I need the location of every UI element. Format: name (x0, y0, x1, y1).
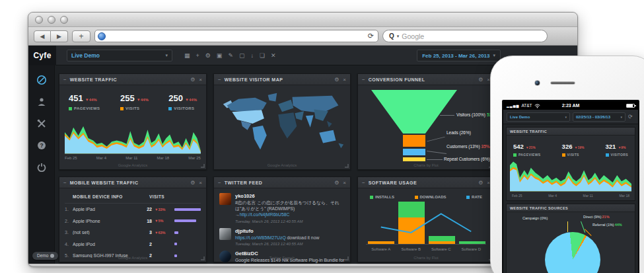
tweet-link[interactable]: http://t.co/N4jMR6bU58C (240, 212, 290, 217)
visits-bar (174, 208, 201, 211)
widget-source: Charts by Flot (358, 163, 494, 167)
phone-dashboard-select[interactable]: Live Demo▾ (507, 112, 570, 122)
widget-mobile-traffic: − MOBILE WEBSITE TRAFFIC ⚙ × MOBILE DEVI… (59, 176, 207, 262)
visitors-swatch (168, 107, 172, 110)
collapse-icon[interactable]: − (218, 77, 221, 83)
close-icon[interactable]: × (343, 180, 346, 186)
help-nav-icon[interactable]: ? (36, 140, 47, 151)
close-window-button[interactable] (35, 16, 43, 24)
address-bar[interactable]: ⟳ (94, 30, 378, 42)
rate-line (366, 193, 486, 244)
tools-nav-icon[interactable] (36, 118, 47, 129)
gear-icon[interactable]: ⚙ (478, 180, 483, 186)
collapse-icon[interactable]: − (218, 180, 221, 186)
funnel-leads (403, 135, 425, 147)
close-icon[interactable]: × (199, 77, 202, 83)
tweet-item[interactable]: yko1026 #恋の名言 この恋にボクが名前をつけるなら、それは"ありがとう"… (219, 193, 345, 223)
widget-header[interactable]: − SOFTWARE USAGE ⚙ × (358, 177, 494, 188)
phone-widget-traffic-sources: WEBSITE TRAFFIC SOURCES Campaign (0%) Di… (506, 204, 635, 273)
forward-button[interactable]: ▶ (51, 30, 68, 42)
table-row[interactable]: 2.Apple iPhone18▼5% (65, 215, 201, 227)
tweet-item[interactable]: djpitufo https://t.co/WB5tM27UzQ downloa… (219, 228, 345, 246)
close-dashboard-icon[interactable]: ✕ (271, 52, 276, 59)
chevron-down-icon: ▾ (493, 53, 495, 58)
widget-software-usage: − SOFTWARE USAGE ⚙ × INSTALLS DOWNLOADS … (357, 176, 495, 262)
visits-bar (174, 243, 177, 245)
browser-titlebar[interactable] (28, 13, 577, 27)
collapse-icon[interactable]: − (362, 180, 365, 186)
x-axis-labels: Feb 25Mar 4Mar 11Mar 18Mar 25 (65, 156, 201, 160)
widget-conversion-funnel: − CONVERSION FUNNEL ⚙ × Visitors (100%)5… (357, 73, 495, 170)
minimize-window-button[interactable] (48, 16, 55, 24)
cyfe-logo[interactable]: Cyfe (28, 46, 56, 65)
visits-bar (174, 219, 196, 222)
user-nav-icon[interactable] (36, 97, 47, 107)
resize-handle[interactable] (201, 164, 205, 168)
reload-icon[interactable]: ⟳ (368, 32, 375, 40)
widget-source: Twitter Search (214, 256, 350, 260)
collapse-icon[interactable]: − (63, 180, 67, 186)
widget-source: Google Analytics (59, 256, 206, 260)
refresh-icon[interactable]: ⟳ (628, 114, 633, 120)
phone-x-labels: Feb 25Mar 4Mar 11Mar 18 (512, 194, 629, 198)
image-icon[interactable]: ▣ (217, 52, 223, 59)
widget-header[interactable]: − TWITTER FEED ⚙ × (214, 177, 350, 188)
phone-speaker (550, 81, 575, 85)
sidebar: ? (28, 65, 55, 264)
visits-swatch (562, 153, 565, 157)
pie-label-campaign: Campaign (0%) (522, 216, 548, 220)
clock: 2:23 AM (553, 103, 589, 108)
new-tab-button[interactable]: + (72, 30, 90, 42)
widget-header[interactable]: − MOBILE WEBSITE TRAFFIC ⚙ × (59, 177, 206, 188)
wifi-icon (534, 103, 540, 108)
gear-icon[interactable]: ⚙ (190, 180, 195, 186)
settings-icon[interactable]: ⚙ (205, 52, 211, 59)
phone-camera-icon (534, 80, 540, 86)
visitors-swatch (606, 153, 609, 157)
resize-handle[interactable] (201, 256, 205, 260)
collapse-icon[interactable]: − (63, 77, 67, 83)
close-icon[interactable]: × (199, 180, 202, 186)
add-widget-icon[interactable]: + (196, 52, 199, 59)
table-row[interactable]: 4.Apple iPod2 (65, 239, 201, 251)
grid-icon[interactable]: ▦ (184, 52, 190, 59)
site-favicon (98, 32, 106, 40)
pie (545, 232, 600, 273)
zoom-window-button[interactable] (60, 16, 68, 24)
widget-header[interactable]: − WEBSITE VISITOR MAP ⚙ × (214, 74, 350, 85)
table-row[interactable]: 1.Apple iPad22▼33% (65, 204, 201, 215)
gear-icon[interactable]: ⚙ (190, 77, 195, 83)
sources-pie-chart: Campaign (0%) Direct (9%)21% Referral (1… (507, 212, 635, 273)
collapse-icon[interactable]: − (362, 77, 365, 83)
widget-header[interactable]: − WEBSITE TRAFFIC ⚙ × (59, 74, 206, 85)
resize-handle[interactable] (345, 164, 349, 168)
svg-text:?: ? (40, 142, 43, 149)
copy-icon[interactable]: ❏ (260, 52, 265, 59)
widget-source: Google Analytics (214, 163, 350, 167)
date-range-select[interactable]: Feb 25, 2013 - Mar 26, 2013 ▾ (417, 50, 501, 61)
download-icon[interactable]: ↓ (250, 52, 254, 59)
search-input[interactable]: Q ▾ Google (382, 30, 548, 42)
widget-source: Google Analytics (59, 163, 206, 167)
dashboard-select[interactable]: Live Demo ▾ (67, 50, 172, 61)
dashboards-nav-icon[interactable] (36, 75, 47, 85)
search-caret-icon[interactable]: ▾ (397, 34, 400, 39)
visits-swatch (120, 107, 124, 110)
resize-handle[interactable] (345, 256, 349, 260)
phone-traffic-metrics: 542▼21% PAGEVIEWS 326▼19% VISITS 321▼9% … (507, 136, 635, 158)
screen-icon[interactable]: ▢ (239, 52, 245, 59)
chat-badge[interactable]: Demo (32, 252, 58, 260)
tweet-link[interactable]: https://t.co/WB5tM27UzQ (235, 235, 286, 240)
edit-icon[interactable]: ✎ (228, 52, 233, 59)
gear-icon[interactable]: ⚙ (478, 77, 483, 83)
close-icon[interactable]: × (343, 77, 346, 83)
widget-header[interactable]: − CONVERSION FUNNEL ⚙ × (358, 74, 494, 85)
widget-visitor-map: − WEBSITE VISITOR MAP ⚙ × (213, 73, 351, 170)
gear-icon[interactable]: ⚙ (334, 77, 339, 83)
phone-traffic-chart (510, 157, 631, 192)
back-button[interactable]: ◀ (34, 30, 51, 42)
power-nav-icon[interactable] (36, 162, 47, 173)
phone-date-select[interactable]: 02/25/13 - 03/26/13▾ (573, 112, 626, 122)
gear-icon[interactable]: ⚙ (334, 180, 339, 186)
table-row[interactable]: 3.(not set)3▼63% (65, 227, 201, 239)
